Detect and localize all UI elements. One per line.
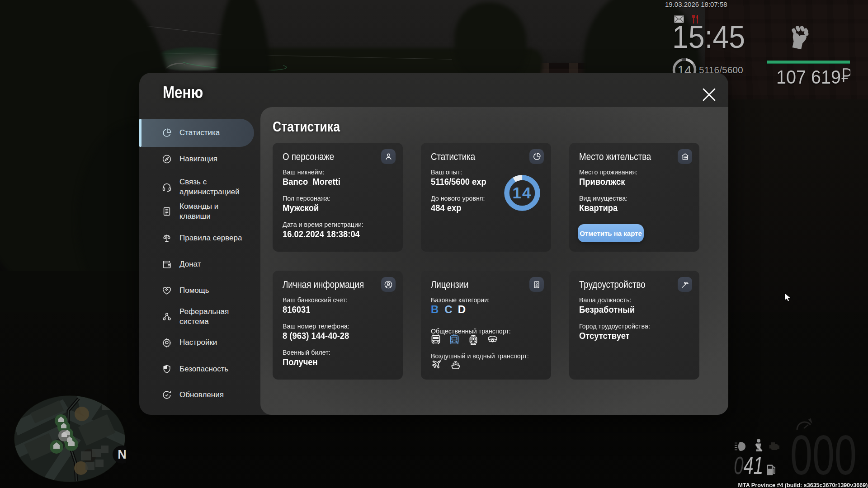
- svg-text:14: 14: [513, 184, 532, 202]
- svg-text:N: N: [118, 448, 126, 461]
